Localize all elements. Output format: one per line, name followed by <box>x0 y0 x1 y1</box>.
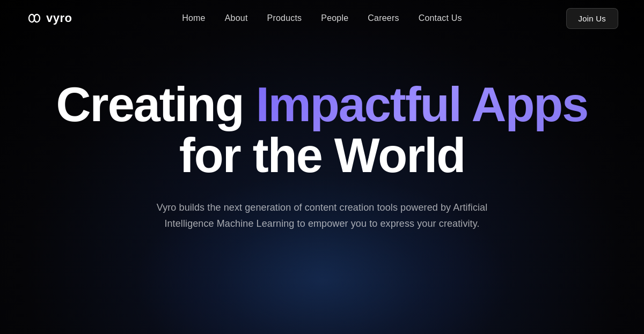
join-us-button[interactable]: Join Us <box>566 8 618 29</box>
nav-link-contact[interactable]: Contact Us <box>419 13 462 23</box>
hero-heading-white: Creating <box>56 78 244 131</box>
nav-link-careers[interactable]: Careers <box>368 13 399 23</box>
nav-item-people[interactable]: People <box>321 13 348 23</box>
nav-link-products[interactable]: Products <box>267 13 302 23</box>
nav-item-about[interactable]: About <box>225 13 248 23</box>
nav-link-about[interactable]: About <box>225 13 248 23</box>
logo-icon <box>26 10 43 27</box>
logo-text: vyro <box>46 11 72 25</box>
hero-heading-line2: for the World <box>56 130 588 181</box>
nav-item-products[interactable]: Products <box>267 13 302 23</box>
hero-section: Creating Impactful Apps for the World Vy… <box>0 36 644 232</box>
hero-heading: Creating Impactful Apps for the World <box>56 79 588 181</box>
page-wrapper: vyro Home About Products People Careers … <box>0 0 644 334</box>
hero-heading-line1: Creating Impactful Apps <box>56 79 588 130</box>
hero-heading-purple: Impactful Apps <box>256 78 588 131</box>
nav-item-contact[interactable]: Contact Us <box>419 13 462 23</box>
nav-links: Home About Products People Careers Conta… <box>182 13 462 23</box>
nav-link-home[interactable]: Home <box>182 13 205 23</box>
navbar: vyro Home About Products People Careers … <box>0 0 644 36</box>
nav-item-home[interactable]: Home <box>182 13 205 23</box>
logo[interactable]: vyro <box>26 10 72 27</box>
nav-link-people[interactable]: People <box>321 13 348 23</box>
nav-item-careers[interactable]: Careers <box>368 13 399 23</box>
hero-subtext: Vyro builds the next generation of conte… <box>140 200 504 232</box>
